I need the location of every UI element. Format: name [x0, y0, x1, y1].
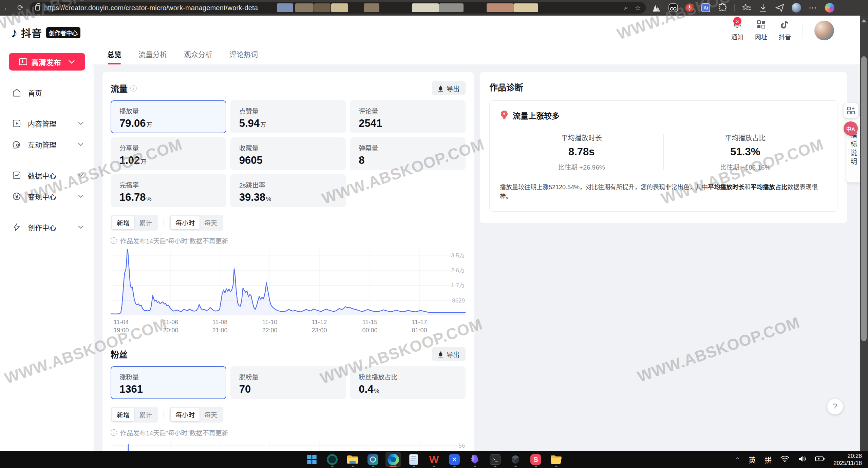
metric-compare: 比往期 +186.16% — [664, 162, 827, 171]
sidebar-item-interact[interactable]: 互动管理 — [0, 134, 94, 155]
publish-button[interactable]: 高清发布 — [9, 53, 85, 71]
sidebar-item-content[interactable]: 内容管理 — [0, 113, 94, 134]
toggle-每小时[interactable]: 每小时 — [171, 408, 200, 421]
tab-总览[interactable]: 总览 — [107, 49, 121, 64]
binoculars-extension-icon[interactable] — [668, 3, 678, 13]
fans-note: i 作品发布14天后“每小时”数据不再更新 — [111, 428, 466, 437]
svg-text:56: 56 — [458, 443, 465, 449]
taskbar-icon-red-s-app[interactable]: S — [528, 452, 544, 467]
scrollbar-thumb[interactable] — [861, 56, 867, 341]
more-menu-icon[interactable]: ⋯ — [808, 3, 818, 13]
header-action-抖音[interactable]: 抖音 — [779, 20, 791, 41]
stat-tile-弹幕量[interactable]: 弹幕量8 — [350, 137, 466, 170]
stat-tile-点赞量[interactable]: 点赞量5.94万 — [230, 100, 346, 133]
chevron-down-icon — [78, 226, 83, 229]
share-send-icon[interactable] — [775, 3, 785, 13]
sidebar-item-data[interactable]: 数据中心 — [0, 165, 94, 186]
stat-tile-收藏量[interactable]: 收藏量9605 — [230, 137, 346, 170]
taskbar-icon-obsidian[interactable] — [467, 452, 483, 467]
toggle-累计[interactable]: 累计 — [134, 408, 157, 421]
clock-time: 20:28 — [847, 453, 862, 459]
toggle-新增[interactable]: 新增 — [112, 216, 134, 229]
taskbar-icon-cube-app[interactable] — [508, 452, 523, 467]
mountain-extension-icon[interactable] — [652, 3, 661, 13]
toggle-divider — [164, 410, 164, 419]
translate-icon[interactable]: 中A — [844, 121, 858, 136]
toggle-每天[interactable]: 每天 — [200, 216, 222, 229]
toggle-每小时[interactable]: 每小时 — [171, 216, 200, 229]
browser-toolbar-icons: Ai ⋯ — [652, 3, 834, 13]
page-scrollbar[interactable] — [860, 16, 868, 451]
lang-indicator-pinyin[interactable]: 拼 — [765, 454, 772, 465]
taskbar-icon-photos-app[interactable] — [365, 452, 381, 467]
mic-extension-icon[interactable] — [685, 3, 694, 12]
taskbar-icon-notepad[interactable] — [406, 452, 421, 467]
wifi-icon[interactable] — [780, 455, 789, 464]
volume-icon[interactable] — [798, 455, 806, 464]
diagnosis-summary: 播放量较往期上涨52120.54%，对比往期有所提升，您的表现非常出色，其中平均… — [500, 183, 827, 201]
clock[interactable]: 20:28 2025/11/18 — [833, 452, 862, 467]
taskbar-icon-start[interactable] — [304, 452, 320, 467]
header-action-label: 抖音 — [779, 32, 791, 41]
svg-text:11-17: 11-17 — [412, 319, 427, 326]
stat-tile-涨粉量[interactable]: 涨粉量1361 — [111, 366, 226, 399]
stat-label: 2s跳出率 — [239, 180, 337, 189]
stat-tile-粉丝播放占比[interactable]: 粉丝播放占比0.4% — [350, 366, 466, 399]
traffic-line-chart[interactable]: 3.5万2.6万1.7万862911-0419:0011-0620:0011-0… — [111, 249, 466, 335]
downloads-icon[interactable] — [758, 3, 768, 13]
zoom-out-icon[interactable]: ⌕ — [624, 4, 628, 12]
sidebar-item-home[interactable]: 首页 — [0, 82, 94, 103]
fans-export-button[interactable]: 导出 — [432, 347, 466, 361]
stat-unit: % — [374, 388, 379, 394]
taskbar-icon-file-explorer[interactable] — [345, 452, 360, 467]
back-button[interactable]: ← — [0, 3, 14, 12]
toggle-每天[interactable]: 每天 — [200, 408, 222, 421]
address-bar[interactable]: https://creator.douyin.com/creator-micro… — [30, 2, 646, 14]
ai-extension-icon[interactable]: Ai — [701, 3, 711, 13]
tab-观众分析[interactable]: 观众分析 — [184, 49, 212, 64]
stat-tile-完播率[interactable]: 完播率16.78% — [111, 174, 226, 207]
tab-流量分析[interactable]: 流量分析 — [138, 49, 167, 64]
taskbar-icon-teal-ring-app[interactable] — [324, 452, 340, 467]
taskbar-icon-wps-office[interactable]: W — [426, 452, 442, 467]
browser-profile-avatar[interactable] — [792, 3, 801, 13]
toggle-累计[interactable]: 累计 — [134, 216, 157, 229]
scrollbar-up-arrow[interactable] — [862, 19, 866, 22]
traffic-export-button[interactable]: 导出 — [432, 81, 466, 95]
widget-grid-icon[interactable] — [844, 103, 858, 118]
favorite-star-icon[interactable]: ☆ — [635, 4, 641, 12]
user-avatar[interactable] — [814, 21, 834, 40]
url-text[interactable]: https://creator.douyin.com/creator-micro… — [44, 4, 258, 12]
help-button[interactable]: ? — [827, 399, 843, 414]
douyin-logo[interactable]: ♪ 抖音 创作者中心 — [0, 16, 94, 40]
taskbar-icon-blue-x-app[interactable]: ✕ — [447, 452, 462, 467]
stat-tile-播放量[interactable]: 播放量79.06万 — [111, 100, 226, 133]
header-action-通知[interactable]: 3通知 — [731, 20, 743, 41]
lang-indicator-en[interactable]: 英 — [749, 454, 756, 465]
battery-icon[interactable] — [815, 456, 825, 463]
sidebar-item-create[interactable]: 创作中心 — [0, 217, 94, 238]
toggle-新增[interactable]: 新增 — [112, 408, 134, 421]
tab-评论热词[interactable]: 评论热词 — [229, 49, 258, 64]
header-action-网址[interactable]: 网址 — [755, 20, 767, 41]
extensions-puzzle-icon[interactable] — [718, 3, 727, 13]
stat-tile-脱粉量[interactable]: 脱粉量70 — [230, 366, 346, 399]
sidebar-item-monetize[interactable]: 变现中心 — [0, 186, 94, 207]
stat-tile-分享量[interactable]: 分享量1.02万 — [111, 137, 226, 170]
header-actions: 3通知网址抖音 — [731, 20, 834, 41]
traffic-stat-tiles: 播放量79.06万点赞量5.94万评论量2541分享量1.02万收藏量9605弹… — [111, 100, 466, 207]
douyin-icon — [780, 20, 790, 31]
taskbar-icon-terminal[interactable]: >_ — [487, 452, 503, 467]
stat-tile-评论量[interactable]: 评论量2541 — [350, 100, 466, 133]
info-icon[interactable]: i — [130, 85, 137, 92]
tray-chevron-icon[interactable]: ⌃ — [735, 456, 740, 463]
censored-block — [514, 3, 538, 12]
taskbar-icon-folder[interactable] — [548, 452, 564, 467]
toggle-group: 新增累计 — [111, 407, 158, 423]
publish-chevron-icon[interactable] — [69, 60, 75, 64]
favorites-icon[interactable] — [742, 3, 751, 13]
reload-button[interactable]: ⟳ — [14, 3, 27, 12]
stat-tile-2s跳出率[interactable]: 2s跳出率39.38% — [230, 174, 346, 207]
taskbar-icon-edge-browser[interactable] — [385, 452, 401, 467]
copilot-icon[interactable] — [825, 3, 834, 13]
